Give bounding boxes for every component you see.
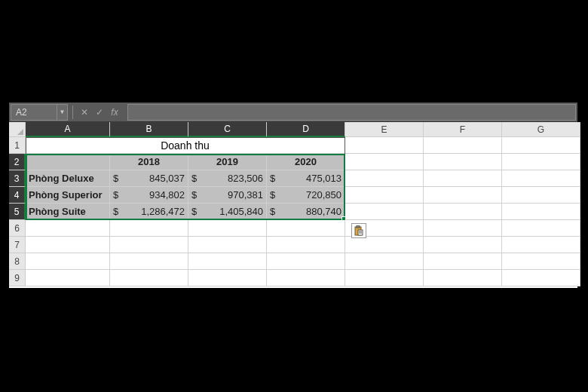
cell[interactable]	[26, 220, 110, 237]
cell[interactable]	[502, 137, 580, 154]
cell-rowlabel[interactable]: Phòng Superior	[26, 187, 110, 204]
cell[interactable]	[267, 220, 345, 237]
value: 823,506	[202, 173, 263, 184]
cell[interactable]	[26, 154, 110, 170]
grid[interactable]: A B C D E F G 1 2 3 4 5 6 7 8 9 Doanh th…	[9, 122, 577, 288]
cell[interactable]	[424, 187, 502, 204]
col-header-C[interactable]: C	[188, 122, 267, 137]
cell-year[interactable]: 2020	[267, 154, 345, 170]
cell[interactable]	[502, 220, 580, 237]
cell[interactable]	[424, 237, 502, 253]
cells-area[interactable]: Doanh thu 2018 2019 2020 Phòng Deluxe $8…	[26, 137, 580, 286]
cell-rowlabel[interactable]: Phòng Suite	[26, 204, 110, 220]
row-header-6[interactable]: 6	[9, 220, 26, 237]
row-header-8[interactable]: 8	[9, 253, 26, 270]
fx-icon[interactable]: fx	[109, 107, 120, 118]
col-header-F[interactable]: F	[424, 122, 502, 137]
name-box[interactable]: A2 ▼	[11, 104, 68, 121]
cell[interactable]	[345, 270, 424, 286]
row-header-1[interactable]: 1	[9, 137, 26, 154]
cell-value[interactable]: $823,506	[188, 170, 267, 187]
name-box-value: A2	[11, 107, 57, 118]
cancel-icon[interactable]: ✕	[79, 107, 90, 118]
chevron-down-icon[interactable]: ▼	[57, 105, 67, 120]
formula-bar: A2 ▼ ✕ ✓ fx	[9, 103, 577, 122]
cell[interactable]	[502, 204, 580, 220]
cell[interactable]	[267, 253, 345, 270]
cell[interactable]	[110, 237, 188, 253]
value: 970,381	[202, 189, 263, 201]
row-header-7[interactable]: 7	[9, 237, 26, 253]
cell-rowlabel[interactable]: Phòng Deluxe	[26, 170, 110, 187]
cell-value[interactable]: $970,381	[188, 187, 267, 204]
cell[interactable]	[502, 170, 580, 187]
col-header-E[interactable]: E	[345, 122, 424, 137]
cell-value[interactable]: $845,037	[110, 170, 188, 187]
row-header-2[interactable]: 2	[9, 154, 26, 170]
value: 845,037	[124, 173, 185, 184]
currency-symbol: $	[270, 173, 280, 184]
cell[interactable]	[26, 270, 110, 286]
cell[interactable]	[110, 220, 188, 237]
cell[interactable]	[345, 137, 424, 154]
cell[interactable]	[502, 270, 580, 286]
value: 934,802	[124, 189, 185, 201]
row-header-3[interactable]: 3	[9, 170, 26, 187]
cell-title[interactable]: Doanh thu	[26, 137, 345, 154]
cell[interactable]	[502, 253, 580, 270]
cell-value[interactable]: $880,740	[267, 204, 345, 220]
check-icon[interactable]: ✓	[94, 107, 105, 118]
cell[interactable]	[424, 253, 502, 270]
cell[interactable]	[345, 237, 424, 253]
row-header-5[interactable]: 5	[9, 204, 26, 220]
svg-rect-1	[357, 225, 360, 228]
formula-input[interactable]	[127, 104, 576, 121]
cell[interactable]	[188, 253, 267, 270]
cell-value[interactable]: $1,286,472	[110, 204, 188, 220]
cell-value[interactable]: $720,850	[267, 187, 345, 204]
cell[interactable]	[424, 137, 502, 154]
cell-value[interactable]: $475,013	[267, 170, 345, 187]
cell[interactable]	[502, 154, 580, 170]
column-headers: A B C D E F G	[26, 122, 580, 137]
value: 880,740	[280, 206, 341, 217]
cell[interactable]	[424, 204, 502, 220]
select-all-corner[interactable]	[9, 122, 26, 137]
cell[interactable]	[267, 237, 345, 253]
cell[interactable]	[188, 220, 267, 237]
cell-value[interactable]: $1,405,840	[188, 204, 267, 220]
col-header-A[interactable]: A	[26, 122, 110, 137]
cell[interactable]	[345, 204, 424, 220]
currency-symbol: $	[191, 189, 202, 201]
cell[interactable]	[424, 270, 502, 286]
row-header-4[interactable]: 4	[9, 187, 26, 204]
row-header-9[interactable]: 9	[9, 270, 26, 286]
cell[interactable]	[110, 253, 188, 270]
cell[interactable]	[26, 237, 110, 253]
cell-year[interactable]: 2018	[110, 154, 188, 170]
col-header-B[interactable]: B	[110, 122, 188, 137]
currency-symbol: $	[113, 206, 124, 217]
cell[interactable]	[502, 187, 580, 204]
cell[interactable]	[267, 270, 345, 286]
col-header-D[interactable]: D	[267, 122, 345, 137]
cell[interactable]	[345, 154, 424, 170]
cell[interactable]	[110, 270, 188, 286]
cell[interactable]	[26, 253, 110, 270]
value: 720,850	[280, 189, 341, 201]
cell[interactable]	[424, 220, 502, 237]
currency-symbol: $	[270, 206, 280, 217]
spreadsheet-app: A2 ▼ ✕ ✓ fx A B C D E F G 1 2 3 4 5 6	[9, 103, 577, 288]
cell[interactable]	[188, 237, 267, 253]
cell[interactable]	[424, 170, 502, 187]
cell-year[interactable]: 2019	[188, 154, 267, 170]
cell[interactable]	[345, 253, 424, 270]
paste-options-icon[interactable]	[351, 223, 366, 238]
cell[interactable]	[502, 237, 580, 253]
cell[interactable]	[345, 187, 424, 204]
col-header-G[interactable]: G	[502, 122, 580, 137]
cell-value[interactable]: $934,802	[110, 187, 188, 204]
cell[interactable]	[424, 154, 502, 170]
cell[interactable]	[188, 270, 267, 286]
cell[interactable]	[345, 170, 424, 187]
